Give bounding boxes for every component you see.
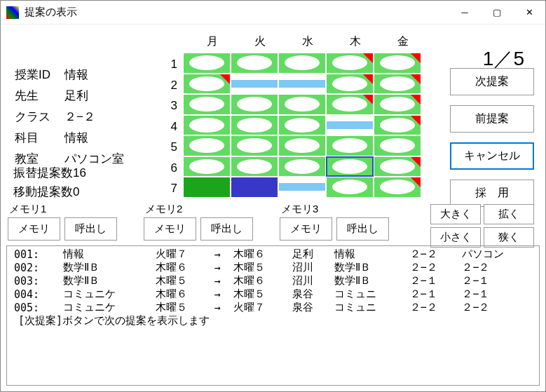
memory3-save-button[interactable]: メモリ [280,217,332,241]
adopt-button[interactable]: 採 用 [450,180,534,207]
window-title: 提案の表示 [25,6,449,19]
grid-cell[interactable] [374,53,421,74]
memory3-load-button[interactable]: 呼出し [336,217,389,241]
grid-cell[interactable] [278,115,326,136]
day-headers: 月火水木金 [189,34,427,49]
grid-cell[interactable] [326,53,374,74]
grid-cell[interactable] [278,53,326,74]
grid-cell[interactable] [231,115,278,136]
grid-cell[interactable] [374,135,421,156]
next-proposal-button[interactable]: 次提案 [450,68,534,95]
period-label: 3 [166,95,177,116]
app-icon [6,6,19,19]
grid-cell[interactable] [326,135,374,156]
grid-cell[interactable] [278,156,326,177]
memory-group-1: メモリ1 メモリ 呼出し [8,203,117,241]
memory2-load-button[interactable]: 呼出し [200,217,253,241]
grid-cell[interactable] [231,94,278,115]
close-button[interactable]: ✕ [513,2,545,23]
maximize-button[interactable]: ▢ [481,2,513,23]
grid-cell[interactable] [374,156,421,177]
grid-cell[interactable] [374,115,421,136]
narrower-button[interactable]: 狭く [484,227,534,248]
proposal-list[interactable]: 001:情報火曜７→木曜６足利情報２−２パソコン002:数学ⅡＢ木曜６→木曜５沼… [6,245,540,386]
smaller-button[interactable]: 小さく [430,227,481,248]
grid-cell[interactable] [183,94,231,115]
grid-cell[interactable] [231,156,278,177]
grid-cell[interactable] [231,135,278,156]
period-label: 6 [166,158,177,179]
wider-button[interactable]: 拡く [484,204,534,224]
grid-cell[interactable] [278,94,326,115]
grid-cell[interactable] [326,115,374,136]
memory1-load-button[interactable]: 呼出し [64,217,117,241]
grid-cell[interactable] [183,53,231,74]
period-label: 4 [166,116,177,137]
bigger-button[interactable]: 大きく [430,204,481,224]
list-row[interactable]: 005:コミュニケ木曜５→火曜７泉谷コミュニ２−２２−２ [11,301,535,314]
memory-group-2: メモリ2 メモリ 呼出し [144,203,253,241]
grid-cell[interactable] [278,74,326,95]
timetable-grid [183,53,421,198]
titlebar: 提案の表示 ─ ▢ ✕ [1,1,545,25]
grid-cell[interactable] [326,94,374,115]
minimize-button[interactable]: ─ [449,2,481,23]
grid-cell[interactable] [326,74,374,95]
day-header: 水 [284,34,332,49]
grid-cell[interactable] [231,53,278,74]
day-header: 木 [332,34,379,49]
grid-cell[interactable] [278,177,326,198]
period-label: 5 [166,137,177,158]
grid-cell[interactable] [183,156,231,177]
grid-cell[interactable] [183,115,231,136]
list-row[interactable]: 001:情報火曜７→木曜６足利情報２−２パソコン [11,248,535,261]
memory2-save-button[interactable]: メモリ [144,217,196,241]
lesson-info: 授業ID情報 先生足利 クラス２−２ 科目情報 教室パソコン室 [13,64,125,170]
memory-group-3: メモリ3 メモリ 呼出し [280,203,389,241]
list-row[interactable]: 003:数学ⅡＢ木曜５→木曜６沼川数学ⅡＢ２−１２−１ [11,274,535,288]
prev-proposal-button[interactable]: 前提案 [450,105,534,133]
day-header: 金 [379,34,427,49]
grid-cell[interactable] [374,94,421,115]
grid-cell[interactable] [231,177,278,198]
grid-cell[interactable] [326,177,374,198]
memory1-save-button[interactable]: メモリ [8,217,60,241]
period-label: 2 [166,75,177,96]
period-labels: 1234567 [166,54,177,199]
hint-text: [次提案]ボタンで次の提案を表示します [11,314,535,327]
grid-cell[interactable] [374,74,421,95]
grid-cell[interactable] [183,74,231,95]
proposal-stats: 振替提案数16 移動提案数0 [13,163,86,201]
grid-cell[interactable] [374,177,421,198]
grid-cell[interactable] [278,135,326,156]
day-header: 月 [189,34,236,49]
day-header: 火 [236,34,284,49]
list-row[interactable]: 002:数学ⅡＢ木曜６→木曜５沼川数学ⅡＢ２−２２−２ [11,261,535,274]
list-row[interactable]: 004:コミュニケ木曜６→木曜５泉谷コミュニ２−１２−１ [11,288,535,301]
period-label: 1 [166,54,177,75]
period-label: 7 [166,178,177,199]
grid-cell[interactable] [183,177,231,198]
cancel-button[interactable]: キャンセル [450,142,534,170]
grid-cell[interactable] [326,156,374,177]
grid-cell[interactable] [231,74,278,95]
grid-cell[interactable] [183,135,231,156]
